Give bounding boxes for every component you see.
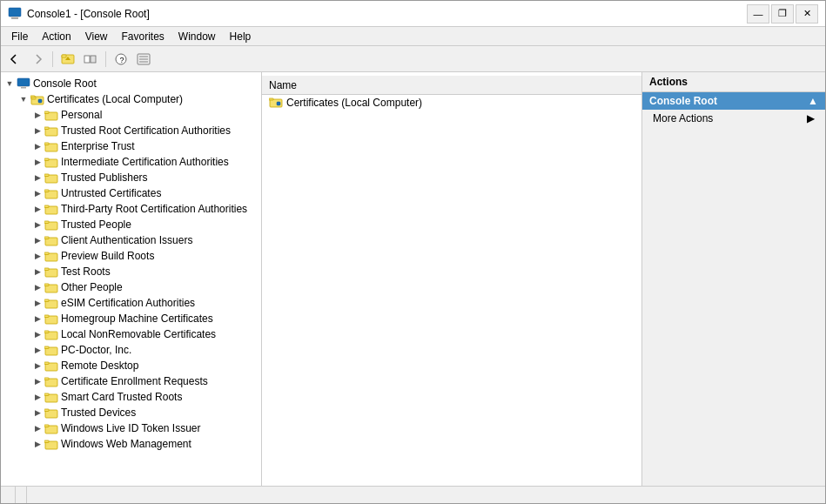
toolbar-help[interactable]: ? [111,50,131,69]
tree-item-certificates[interactable]: Certificates (Local Computer) [1,91,261,107]
tree-item-7[interactable]: ▶ Trusted People [1,217,261,232]
expander-6[interactable]: ▶ [30,202,44,216]
toolbar-properties[interactable] [133,50,154,69]
tree-item-1[interactable]: ▶ Trusted Root Certification Authorities [1,123,261,138]
expander-7[interactable]: ▶ [30,218,44,232]
svg-rect-61 [44,425,49,427]
svg-rect-4 [62,55,66,57]
folder-icon-1 [44,124,58,138]
folder-icon-12 [44,296,58,310]
expander-14[interactable]: ▶ [30,327,44,341]
tree-item-13[interactable]: ▶ Homegroup Machine Certificates [1,311,261,326]
expander-12[interactable]: ▶ [30,296,44,310]
folder-icon-11 [44,280,58,294]
menu-window[interactable]: Window [171,29,223,44]
tree-item-5[interactable]: ▶ Untrusted Certificates [1,185,261,201]
toolbar-up[interactable] [57,50,78,69]
tree-item-0[interactable]: ▶ Personal [1,107,261,123]
restore-button[interactable]: ❐ [771,4,794,24]
tree-item-15[interactable]: ▶ PC-Doctor, Inc. [1,342,261,358]
expander-21[interactable]: ▶ [30,437,44,451]
toolbar-show-hide[interactable] [80,50,101,69]
expander-8[interactable]: ▶ [30,233,44,247]
tree-item-9[interactable]: ▶ Preview Build Roots [1,248,261,264]
tree-label-13: Homegroup Machine Certificates [61,312,213,325]
expander-0[interactable]: ▶ [30,108,44,122]
expander-16[interactable]: ▶ [30,359,44,373]
svg-rect-27 [44,158,49,161]
tree-label-17: Certificate Enrollment Requests [61,375,208,387]
close-button[interactable]: ✕ [796,4,818,24]
minimize-button[interactable]: — [747,4,769,24]
tree-item-4[interactable]: ▶ Trusted Publishers [1,170,261,185]
svg-rect-63 [44,440,49,443]
menu-action[interactable]: Action [35,29,77,44]
actions-collapse-icon: ▲ [808,95,818,107]
expander-3[interactable]: ▶ [30,155,44,169]
folder-icon-0 [44,108,58,122]
expander-11[interactable]: ▶ [30,280,44,294]
expander-15[interactable]: ▶ [30,343,44,357]
expander-1[interactable]: ▶ [30,124,44,138]
tree-item-2[interactable]: ▶ Enterprise Trust [1,138,261,154]
tree-label-9: Preview Build Roots [61,250,154,262]
expander-13[interactable]: ▶ [30,312,44,326]
actions-panel: Actions Console Root ▲ More Actions ▶ [642,72,825,486]
action-more-actions[interactable]: More Actions ▶ [642,110,825,127]
menu-help[interactable]: Help [223,29,259,44]
tree-item-8[interactable]: ▶ Client Authentication Issuers [1,232,261,248]
expander-certificates[interactable] [17,92,30,106]
tree-label-7: Trusted People [61,218,131,231]
expander-5[interactable]: ▶ [30,186,44,200]
tree-item-10[interactable]: ▶ Test Roots [1,264,261,279]
tree-item-16[interactable]: ▶ Remote Desktop [1,358,261,373]
tree-item-14[interactable]: ▶ Local NonRemovable Certificates [1,326,261,342]
tree-item-19[interactable]: ▶ Trusted Devices [1,405,261,420]
column-header: Name [262,76,641,95]
folder-icon-6 [44,202,58,216]
cert-folder-icon [30,92,44,106]
tree-item-console-root[interactable]: Console Root [1,76,261,91]
svg-rect-31 [44,190,49,192]
toolbar-forward[interactable] [27,50,48,69]
show-hide-icon [84,53,97,65]
menu-favorites[interactable]: Favorites [115,29,171,44]
tree-item-11[interactable]: ▶ Other People [1,279,261,295]
tree-label-2: Enterprise Trust [61,140,135,152]
expander-4[interactable]: ▶ [30,171,44,185]
tree-item-18[interactable]: ▶ Smart Card Trusted Roots [1,389,261,405]
properties-icon [137,53,151,65]
svg-rect-15 [19,86,28,87]
svg-rect-59 [44,409,49,412]
menu-view[interactable]: View [78,29,115,44]
folder-icon-17 [44,374,58,388]
tree-item-12[interactable]: ▶ eSIM Certification Authorities [1,295,261,311]
tree-item-17[interactable]: ▶ Certificate Enrollment Requests [1,373,261,389]
actions-console-root-header[interactable]: Console Root ▲ [642,92,825,110]
expander-18[interactable]: ▶ [30,390,44,404]
svg-rect-47 [44,315,49,318]
folder-icon-9 [44,249,58,263]
expander-10[interactable]: ▶ [30,265,44,279]
expander-17[interactable]: ▶ [30,374,44,388]
tree-item-20[interactable]: ▶ Windows Live ID Token Issuer [1,420,261,436]
expander-2[interactable]: ▶ [30,139,44,153]
tree-item-21[interactable]: ▶ Windows Web Management [1,436,261,452]
svg-rect-37 [44,237,49,239]
svg-rect-2 [10,17,19,17]
folder-icon-3 [44,155,58,169]
toolbar-back[interactable] [4,50,25,69]
center-item-certificates[interactable]: Certificates (Local Computer) [262,95,641,111]
tree-item-6[interactable]: ▶ Third-Party Root Certification Authori… [1,201,261,217]
status-bar [1,486,825,503]
expander-19[interactable]: ▶ [30,406,44,420]
svg-rect-39 [44,252,49,255]
menu-file[interactable]: File [4,29,35,44]
expander-9[interactable]: ▶ [30,249,44,263]
svg-rect-1 [11,17,18,19]
expander-console-root[interactable] [3,77,17,91]
expander-20[interactable]: ▶ [30,421,44,435]
help-icon: ? [115,53,127,65]
svg-rect-49 [44,331,49,333]
tree-item-3[interactable]: ▶ Intermediate Certification Authorities [1,154,261,170]
